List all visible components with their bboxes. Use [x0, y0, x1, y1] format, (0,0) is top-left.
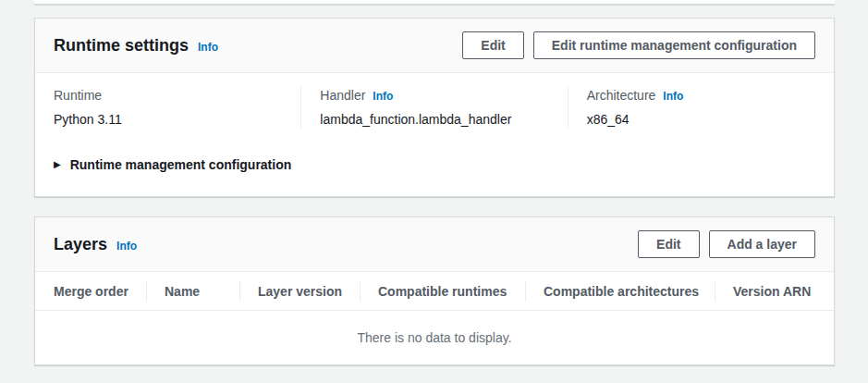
architecture-field-label: ArchitectureInfo [587, 86, 815, 105]
runtime-settings-actions: Edit Edit runtime management configurati… [462, 31, 815, 59]
layers-header: Layers Info Edit Add a layer [35, 217, 834, 272]
architecture-field: ArchitectureInfo x86_64 [568, 86, 834, 129]
column-header-version-arn: Version ARN [715, 272, 834, 310]
previous-card-bottom-edge [34, 0, 835, 5]
runtime-management-configuration-expander-label: Runtime management configuration [70, 156, 292, 173]
runtime-field-value: Python 3.11 [54, 110, 282, 129]
runtime-field-label: Runtime [54, 86, 282, 105]
edit-runtime-settings-button[interactable]: Edit [462, 31, 523, 59]
runtime-settings-title: Runtime settings [54, 35, 189, 56]
layers-card: Layers Info Edit Add a layer Merge order… [34, 216, 835, 365]
runtime-settings-card: Runtime settings Info Edit Edit runtime … [34, 18, 835, 197]
layers-info-link[interactable]: Info [116, 240, 137, 253]
layers-title: Layers [54, 234, 107, 254]
column-header-layer-version: Layer version [239, 272, 360, 310]
layers-actions: Edit Add a layer [638, 230, 815, 258]
column-header-compatible-architectures: Compatible architectures [525, 272, 715, 310]
handler-info-link[interactable]: Info [373, 90, 393, 103]
architecture-field-value: x86_64 [587, 110, 815, 129]
runtime-settings-info-link[interactable]: Info [198, 41, 218, 54]
layers-table-header-row: Merge order Name Layer version Compatibl… [35, 272, 834, 311]
runtime-field: Runtime Python 3.11 [35, 86, 300, 129]
column-header-merge-order: Merge order [35, 272, 146, 310]
runtime-settings-title-wrap: Runtime settings Info [54, 35, 218, 56]
architecture-info-link[interactable]: Info [663, 90, 683, 103]
handler-field: HandlerInfo lambda_function.lambda_handl… [300, 86, 567, 129]
empty-state-message: There is no data to display. [357, 330, 511, 345]
handler-field-value: lambda_function.lambda_handler [320, 110, 548, 129]
column-header-compatible-runtimes: Compatible runtimes [360, 272, 525, 310]
layers-title-wrap: Layers Info [54, 234, 137, 254]
layers-table-empty-state: There is no data to display. [35, 311, 834, 364]
edit-layers-button[interactable]: Edit [638, 230, 699, 258]
architecture-field-label-text: Architecture [587, 88, 656, 103]
handler-field-label: HandlerInfo [320, 86, 548, 105]
handler-field-label-text: Handler [320, 88, 365, 103]
column-header-name: Name [146, 272, 239, 310]
add-a-layer-button[interactable]: Add a layer [709, 230, 815, 258]
edit-runtime-management-configuration-button[interactable]: Edit runtime management configuration [533, 31, 815, 59]
runtime-settings-header: Runtime settings Info Edit Edit runtime … [35, 19, 834, 73]
runtime-management-configuration-expander[interactable]: ▶ Runtime management configuration [35, 143, 834, 186]
caret-right-icon: ▶ [54, 156, 61, 173]
runtime-settings-fields-row: Runtime Python 3.11 HandlerInfo lambda_f… [35, 73, 834, 143]
